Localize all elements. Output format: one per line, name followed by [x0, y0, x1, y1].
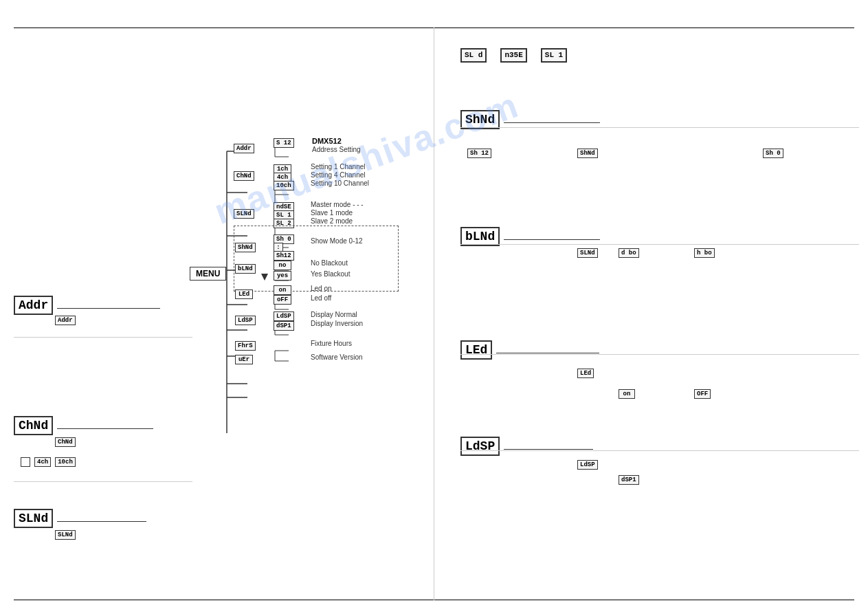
chnd-channel-boxes: 4ch 10ch [21, 457, 76, 467]
shnd-sub-lcd: ShNd [577, 149, 598, 158]
show-mode-label: Show Mode 0-12 [308, 237, 363, 245]
addr-title: DMX512 [309, 137, 342, 145]
sh12-right-lcd: Sh 12 [467, 149, 491, 158]
master-label: Master mode - - - [308, 200, 364, 208]
fixture-hours-text: Fixture Hours [311, 340, 352, 347]
ldsp-section-underline [504, 449, 593, 450]
master-mode-label: Master mode - - - [311, 201, 364, 208]
software-version-label: Software Version [308, 353, 363, 361]
menu-slnd-row: SLNd [234, 208, 256, 219]
slnd-section-title: SLNd [14, 509, 53, 528]
slnd-box: SLNd [234, 209, 254, 219]
software-version-text: Software Version [311, 353, 363, 361]
blnd-section-title: bLNd [460, 227, 500, 246]
ldsp-sub-box1: LdSP [274, 311, 294, 321]
chnd-checkbox [21, 457, 30, 467]
dmx512-label: DMX512 [312, 137, 342, 145]
ldsp-sublabel: LdSP [577, 459, 598, 470]
menu-uer-row: uEr [235, 354, 254, 364]
page: manualshiva.com MENU [0, 0, 868, 614]
addr-section-hr [14, 337, 192, 338]
led-section-hr-top [460, 354, 859, 355]
blnd-section-header: bLNd [460, 227, 600, 246]
slnd-sub-lcd: SLNd [55, 530, 76, 540]
shnd-sub3: Sh12 [274, 250, 296, 261]
led-off-label: Led off [308, 294, 331, 302]
n35e-box: n35E [500, 48, 526, 63]
chnd-sublabel: ChNd [55, 437, 76, 447]
led-sublabel: LEd [577, 368, 594, 378]
shnd-sublabel: ShNd [577, 148, 598, 158]
uer-box: uEr [235, 355, 253, 364]
shnd-section-header: ShNd [460, 110, 600, 129]
addr-box: Addr [234, 144, 254, 153]
no-box: no [274, 261, 291, 270]
blnd-sub2: yes [274, 270, 293, 281]
led-on-label: Led on [308, 284, 332, 292]
ldsp-section-header: LdSP [460, 437, 593, 456]
10ch-section-box: 10ch [55, 457, 76, 467]
chnd-sub-lcd: ChNd [55, 437, 76, 447]
led-sub2: oFF [274, 294, 293, 305]
ldsp-sub2: dSP1 [274, 320, 296, 331]
chnd-section-underline [57, 428, 153, 429]
addr-section-title: Addr [14, 296, 53, 315]
menu-shnd-row: ShNd [235, 242, 257, 252]
top-right-header: SL d n35E SL 1 [460, 48, 567, 63]
display-normal-text: Display Normal [311, 311, 357, 318]
blnd-section-hr-top [460, 244, 859, 245]
blnd-sub1: no [274, 260, 293, 270]
led-sub-lcd: LEd [577, 369, 594, 378]
off-right-lcd: OFF [694, 389, 711, 399]
slave2-mode-label: Slave 2 mode [311, 217, 353, 225]
ldsp-menu-box: LdSP [235, 316, 256, 325]
fhrs-box: FhrS [235, 341, 256, 351]
led-on-text: Led on [311, 285, 332, 292]
chnd-section-hr [14, 481, 192, 482]
center-divider [434, 28, 434, 600]
menu-ldsp-row: LdSP [235, 315, 257, 325]
led-off-text: Led off [311, 294, 331, 302]
on-box: on [274, 285, 291, 295]
ldsp-sub1: LdSP [274, 311, 296, 321]
dsp1-right-box: dSP1 [619, 474, 639, 485]
blnd-box: bLNd [235, 264, 256, 274]
dsp1-right-lcd: dSP1 [619, 475, 639, 485]
on-right-lcd: on [619, 389, 635, 399]
address-setting-label: Address Setting [312, 146, 361, 153]
led-sub1: on [274, 285, 293, 295]
on-right-box: on [619, 388, 635, 399]
slnd-right-sublabel: SLNd [577, 248, 598, 258]
no-blackout-label: No Blackout [308, 259, 348, 267]
menu-chnd-row: ChNd [234, 171, 256, 181]
ch10-label: Setting 10 Channel [308, 179, 369, 187]
addr-sub-box: S 12 [274, 138, 294, 148]
led-box: LEd [235, 289, 253, 299]
addr-section-header: Addr [14, 296, 160, 315]
menu-led-row: LEd [235, 289, 254, 299]
addr-section-underline [57, 308, 160, 309]
addr-subtitle: Address Setting [309, 145, 361, 153]
led-section-underline [496, 353, 599, 353]
chnd-section-header: ChNd [14, 416, 153, 435]
slave2-label: Slave 2 mode [308, 217, 353, 225]
chnd-box: ChNd [234, 171, 254, 181]
ldsp-sub-lcd: LdSP [577, 460, 598, 470]
ldsp-section-title: LdSP [460, 437, 500, 456]
no-blackout-text: No Blackout [311, 259, 348, 267]
led-section-title: LEd [460, 340, 492, 360]
slnd-section-header: SLNd [14, 509, 146, 528]
sh12-box: Sh12 [274, 251, 294, 261]
sld-box: SL d [460, 48, 487, 63]
menu-blnd-row: bLNd [235, 263, 257, 274]
slnd-section-underline [57, 521, 146, 522]
led-section-header: LEd [460, 340, 599, 360]
slnd-sublabel: SLNd [55, 529, 76, 540]
ch4-label: Setting 4 Channel [308, 171, 366, 179]
shnd-section-underline [504, 122, 600, 123]
h-bo-lcd: h bo [694, 248, 715, 258]
yes-box: yes [274, 271, 291, 281]
display-inversion-text: Display Inversion [311, 320, 363, 327]
setting-4ch-label: Setting 4 Channel [311, 171, 366, 179]
sh0-right-box: Sh 0 [763, 148, 783, 158]
